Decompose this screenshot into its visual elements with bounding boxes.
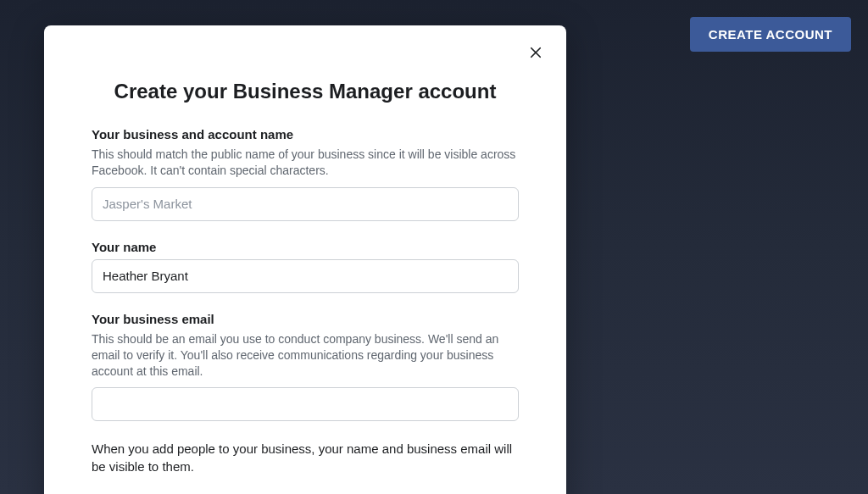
business-email-group: Your business email This should be an em… <box>92 312 519 422</box>
your-name-group: Your name <box>92 240 519 293</box>
business-name-helper: This should match the public name of you… <box>92 147 519 179</box>
business-email-input[interactable] <box>92 387 519 421</box>
business-email-helper: This should be an email you use to condu… <box>92 331 519 380</box>
business-name-input[interactable] <box>92 187 519 221</box>
modal-title: Create your Business Manager account <box>92 80 519 103</box>
business-name-label: Your business and account name <box>92 127 519 142</box>
create-business-manager-modal: Create your Business Manager account You… <box>44 25 566 494</box>
create-account-button[interactable]: CREATE ACCOUNT <box>690 17 851 52</box>
close-icon <box>528 45 543 60</box>
topbar: CREATE ACCOUNT <box>690 0 868 52</box>
visibility-note: When you add people to your business, yo… <box>92 440 519 475</box>
business-name-group: Your business and account name This shou… <box>92 127 519 221</box>
close-button[interactable] <box>526 42 546 63</box>
business-email-label: Your business email <box>92 312 519 326</box>
your-name-label: Your name <box>92 240 519 254</box>
your-name-input[interactable] <box>92 259 519 293</box>
